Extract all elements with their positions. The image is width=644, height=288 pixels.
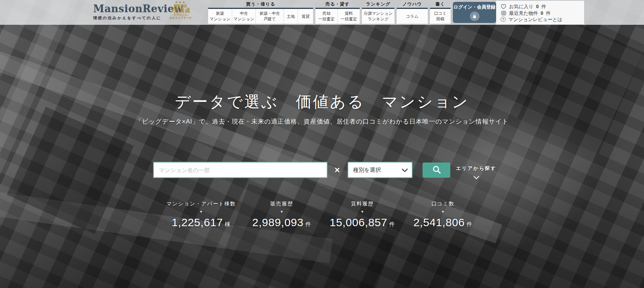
- stat-rent-history[interactable]: 賃料履歴 ▼ 15,006,857件: [322, 201, 403, 229]
- search-row: × 種別を選択 エリアから探す: [0, 162, 644, 179]
- favorites-link[interactable]: お気に入り 0 件: [501, 3, 580, 9]
- chevron-down-icon: [473, 174, 479, 180]
- search-icon: [432, 165, 441, 175]
- stat-label: 販売履歴: [241, 201, 322, 207]
- hero-subtitle: 「ビッグデータ×AI」で、過去・現在・未来の適正価格、資産価値、居住者の口コミが…: [0, 117, 644, 126]
- nav-items: 売却 一括査定 賃料 一括査定: [315, 9, 360, 24]
- favorites-unit: 件: [541, 4, 546, 9]
- page: MansionReview 理想の住みかえをすべての人に ★★★ 顧客満足 3冠…: [0, 0, 644, 288]
- nav-item-rent-assessment[interactable]: 賃料 一括査定: [338, 9, 360, 24]
- nav-item-new-mansion[interactable]: 新築 マンション: [208, 9, 232, 24]
- quick-links-panel: お気に入り 0 件 最近見た物件 0 件 ? マ: [496, 1, 584, 24]
- chevron-down-icon: [402, 166, 408, 172]
- aerial-city-photo: [0, 0, 644, 288]
- favorites-count: 0: [536, 4, 539, 9]
- stat-label: 口コミ数: [403, 201, 483, 207]
- nav-item-review-post[interactable]: 口コミ 投稿: [430, 9, 451, 24]
- nav-item-used-mansion[interactable]: 中古 マンション: [232, 9, 255, 24]
- property-type-select[interactable]: 種別を選択: [348, 162, 413, 178]
- nav-items: 新築 マンション 中古 マンション 新築・中古 戸建て 土地: [208, 9, 313, 24]
- nav-group-label: ノウハウ: [397, 1, 428, 9]
- badge-line: ゼネラルリサーチ: [166, 17, 195, 20]
- background-building-block: [517, 16, 643, 154]
- login-button[interactable]: ログイン・会員登録: [453, 2, 496, 23]
- search-button[interactable]: [423, 163, 450, 178]
- recently-viewed-label: 最近見た物件: [509, 11, 538, 16]
- nav-items: コラム: [397, 9, 428, 24]
- triangle-down-icon: ▼: [403, 210, 483, 214]
- stat-sales-history[interactable]: 販売履歴 ▼ 2,989,093件: [241, 201, 322, 229]
- stat-value: 15,006,857件: [322, 216, 403, 229]
- nav-item-land[interactable]: 土地: [284, 9, 298, 24]
- stats-row: マンション・アパート棟数 ▼ 1,225,617棟 販売履歴 ▼ 2,989,0…: [0, 201, 644, 229]
- nav-group-sell-lease: 売る・貸す 売却 一括査定 賃料 一括査定: [315, 1, 360, 24]
- nav-group-label: 買う・借りる: [208, 1, 313, 9]
- triangle-down-icon: ▼: [161, 210, 241, 214]
- area-search-link[interactable]: エリアから探す: [455, 165, 498, 178]
- about-label: マンションレビューとは: [508, 17, 562, 22]
- hero-headline: データで選ぶ 価値ある マンション: [0, 91, 644, 112]
- header: MansionReview 理想の住みかえをすべての人に ★★★ 顧客満足 3冠…: [0, 0, 644, 25]
- nav-group-knowhow: ノウハウ コラム: [397, 1, 428, 24]
- recently-viewed-link[interactable]: 最近見た物件 0 件: [501, 10, 580, 16]
- stat-value: 2,989,093件: [241, 216, 322, 229]
- triangle-down-icon: ▼: [322, 210, 403, 214]
- mansion-name-input[interactable]: [153, 162, 328, 178]
- nav-group-label: 書く: [430, 1, 451, 9]
- property-type-select-value: 種別を選択: [353, 167, 381, 174]
- question-icon: ?: [501, 17, 506, 22]
- stat-value: 1,225,617棟: [161, 216, 241, 229]
- stat-review-count[interactable]: 口コミ数 ▼ 2,541,806件: [403, 201, 483, 229]
- nav-item-column[interactable]: コラム: [397, 9, 428, 24]
- recent-building-icon: [501, 10, 506, 16]
- lock-icon: [470, 11, 479, 21]
- triangle-down-icon: ▼: [241, 210, 322, 214]
- nav-items: 口コミ 投稿: [430, 9, 451, 24]
- nav-item-house[interactable]: 新築・中古 戸建て: [255, 9, 284, 24]
- about-link[interactable]: ? マンションレビューとは: [501, 17, 580, 22]
- nav-group-ranking: ランキング 分譲マンション ランキング: [362, 1, 394, 24]
- stat-label: マンション・アパート棟数: [161, 201, 241, 207]
- nav-group-buy-rent: 買う・借りる 新築 マンション 中古 マンション 新築・中古 戸建て: [208, 1, 313, 24]
- stat-building-count[interactable]: マンション・アパート棟数 ▼ 1,225,617棟: [161, 201, 241, 229]
- badge-line: 3冠達成: [166, 8, 195, 14]
- login-button-label: ログイン・会員登録: [454, 4, 496, 10]
- nav-item-mansion-ranking[interactable]: 分譲マンション ランキング: [362, 9, 394, 24]
- award-badge: ★★★ 顧客満足 3冠達成 （実査委託先） ゼネラルリサーチ: [166, 0, 195, 20]
- multiply-separator: ×: [332, 162, 343, 178]
- background-road: [358, 0, 443, 182]
- nav-item-rental[interactable]: 賃貸: [298, 9, 313, 24]
- nav-group-label: ランキング: [362, 1, 394, 9]
- badge-stars-icon: ★★★: [166, 0, 195, 4]
- nav-group-write: 書く 口コミ 投稿: [430, 1, 451, 24]
- nav-items: 分譲マンション ランキング: [362, 9, 394, 24]
- recently-viewed-count: 0: [540, 11, 543, 16]
- recently-viewed-unit: 件: [546, 11, 551, 16]
- nav-item-sell-assessment[interactable]: 売却 一括査定: [315, 9, 338, 24]
- area-search-label: エリアから探す: [456, 165, 496, 171]
- main-nav: 買う・借りる 新築 マンション 中古 マンション 新築・中古 戸建て: [208, 1, 451, 24]
- stat-value: 2,541,806件: [403, 216, 483, 229]
- heart-icon: [501, 3, 506, 9]
- nav-group-label: 売る・貸す: [315, 1, 360, 9]
- stat-label: 賃料履歴: [322, 201, 403, 207]
- favorites-label: お気に入り: [509, 4, 533, 9]
